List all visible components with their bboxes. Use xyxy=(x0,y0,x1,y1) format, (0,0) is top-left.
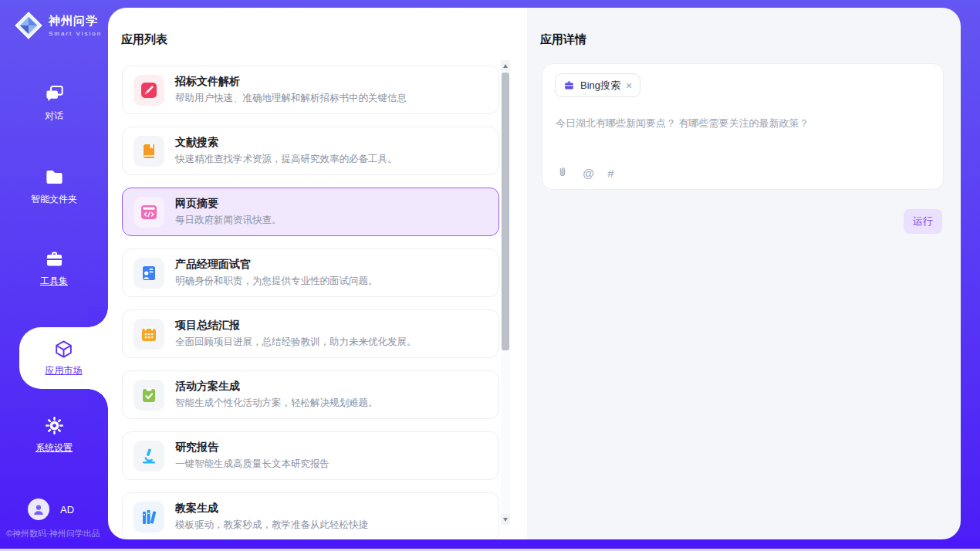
app-icon-tile xyxy=(133,136,164,167)
prompt-card: Bing搜索 × 今日湖北有哪些新闻要点？ 有哪些需要关注的最新政策？ @ # xyxy=(542,63,944,190)
app-card-bid-parse[interactable]: 招标文件解析 帮助用户快速、准确地理解和解析招标书中的关键信息 xyxy=(122,66,499,114)
hash-icon[interactable]: # xyxy=(607,167,613,180)
copyright-text: ©神州数码·神州问学出品 xyxy=(6,528,108,539)
app-name: 网页摘要 xyxy=(175,197,282,211)
main-content: 应用列表 招标文件解析 帮助用户快速、准确地理解和解析招标书中的关键信息 xyxy=(108,8,961,539)
app-name: 教案生成 xyxy=(175,502,368,516)
paperclip-icon[interactable] xyxy=(556,166,569,180)
app-name: 文献搜索 xyxy=(175,136,397,150)
app-card-list: 招标文件解析 帮助用户快速、准确地理解和解析招标书中的关键信息 文献搜索 快速精… xyxy=(122,66,499,539)
app-name: 活动方案生成 xyxy=(175,380,378,394)
book-icon xyxy=(140,142,158,161)
person-icon xyxy=(30,501,47,518)
app-card-research-report[interactable]: 研究报告 一键智能生成高质量长文本研究报告 xyxy=(122,431,499,480)
attachment-toolbar: @ # xyxy=(556,166,614,180)
toolbox-icon xyxy=(44,248,65,269)
app-card-event-plan[interactable]: 活动方案生成 智能生成个性化活动方案，轻松解决规划难题。 xyxy=(122,370,499,419)
app-card-lesson-plan[interactable]: 教案生成 模板驱动，教案秒成，教学准备从此轻松快捷 xyxy=(122,492,499,539)
books-icon xyxy=(140,508,158,526)
briefcase-icon xyxy=(563,79,575,91)
app-detail-panel: 应用详情 Bing搜索 × 今日湖北有哪些新闻要点？ 有哪些需要关注的最新政策？… xyxy=(527,8,961,539)
scrollbar-thumb[interactable] xyxy=(502,73,509,350)
app-desc: 智能生成个性化活动方案，轻松解决规划难题。 xyxy=(175,397,378,410)
app-card-web-summary[interactable]: 网页摘要 每日政府新闻资讯快查。 xyxy=(122,188,499,236)
app-name: 产品经理面试官 xyxy=(175,258,378,272)
app-list-panel: 应用列表 招标文件解析 帮助用户快速、准确地理解和解析招标书中的关键信息 xyxy=(108,8,527,539)
app-desc: 帮助用户快速、准确地理解和解析招标书中的关键信息 xyxy=(175,92,407,105)
tool-tag-close-icon[interactable]: × xyxy=(626,80,632,91)
gear-icon xyxy=(44,415,65,436)
app-card-literature-search[interactable]: 文献搜索 快速精准查找学术资源，提高研究效率的必备工具。 xyxy=(122,127,499,175)
bottom-accent-bar xyxy=(0,539,980,549)
bid-document-icon xyxy=(140,81,158,100)
microscope-icon xyxy=(140,447,158,465)
app-card-pm-interviewer[interactable]: 产品经理面试官 明确身份和职责，为您提供专业性的面试问题。 xyxy=(122,248,499,297)
user-initials: AD xyxy=(60,504,74,516)
clipboard-check-icon xyxy=(140,386,158,404)
sidebar-item-smart-folder[interactable]: 智能文件夹 xyxy=(0,167,108,206)
app-desc: 明确身份和职责，为您提供专业性的面试问题。 xyxy=(175,275,378,288)
app-icon-tile xyxy=(133,380,164,411)
app-list-scrollbar[interactable] xyxy=(501,60,510,525)
sidebar-item-chat[interactable]: 对话 xyxy=(0,83,108,123)
avatar xyxy=(28,499,49,520)
sidebar-item-app-market[interactable]: 应用市场 xyxy=(19,327,108,389)
app-icon-tile xyxy=(133,502,164,532)
sidebar-item-label: 应用市场 xyxy=(46,364,83,377)
run-button[interactable]: 运行 xyxy=(904,209,942,234)
sidebar-item-label: 系统设置 xyxy=(35,441,73,455)
user-account[interactable]: AD xyxy=(28,499,74,520)
diamond-logo-icon xyxy=(14,11,43,40)
sidebar-item-settings[interactable]: 系统设置 xyxy=(0,415,108,455)
sidebar-item-label: 对话 xyxy=(45,110,63,123)
interviewer-icon xyxy=(140,264,158,282)
app-desc: 每日政府新闻资讯快查。 xyxy=(175,214,282,227)
app-icon-tile xyxy=(133,197,164,228)
brand-logo: 神州问学 Smart Vision xyxy=(14,11,102,40)
app-list-title: 应用列表 xyxy=(121,32,167,47)
app-card-project-summary[interactable]: 项目总结汇报 全面回顾项目进展，总结经验教训，助力未来优化发展。 xyxy=(122,309,499,358)
mention-icon[interactable]: @ xyxy=(583,167,594,180)
app-icon-tile xyxy=(133,258,164,289)
brand-subtitle: Smart Vision xyxy=(49,30,102,37)
tool-tag-label: Bing搜索 xyxy=(580,79,620,93)
folder-icon xyxy=(44,167,65,188)
scroll-up-arrow-icon[interactable] xyxy=(501,60,510,71)
app-icon-tile xyxy=(133,319,164,350)
app-name: 研究报告 xyxy=(175,441,329,455)
app-name: 招标文件解析 xyxy=(175,75,407,89)
sidebar-item-label: 智能文件夹 xyxy=(31,193,77,206)
webpage-icon xyxy=(140,203,158,221)
sidebar-item-toolset[interactable]: 工具集 xyxy=(0,248,108,288)
app-detail-title: 应用详情 xyxy=(540,32,586,47)
scroll-down-arrow-icon[interactable] xyxy=(501,514,510,525)
app-icon-tile xyxy=(133,441,164,472)
app-name: 项目总结汇报 xyxy=(175,319,417,333)
brand-name: 神州问学 xyxy=(49,14,102,29)
app-desc: 一键智能生成高质量长文本研究报告 xyxy=(175,458,329,471)
app-desc: 全面回顾项目进展，总结经验教训，助力未来优化发展。 xyxy=(175,336,417,349)
sidebar-item-label: 工具集 xyxy=(40,275,68,288)
sidebar: 神州问学 Smart Vision 对话 智能文件夹 工具集 应用市场 xyxy=(0,0,108,551)
app-desc: 模板驱动，教案秒成，教学准备从此轻松快捷 xyxy=(175,519,368,532)
app-icon-tile xyxy=(133,75,164,106)
prompt-text[interactable]: 今日湖北有哪些新闻要点？ 有哪些需要关注的最新政策？ xyxy=(556,117,931,130)
calendar-icon xyxy=(140,325,158,343)
cube-icon xyxy=(53,339,74,360)
tool-tag-bing-search[interactable]: Bing搜索 × xyxy=(555,73,640,97)
app-desc: 快速精准查找学术资源，提高研究效率的必备工具。 xyxy=(175,153,397,166)
chat-icon xyxy=(44,83,65,104)
